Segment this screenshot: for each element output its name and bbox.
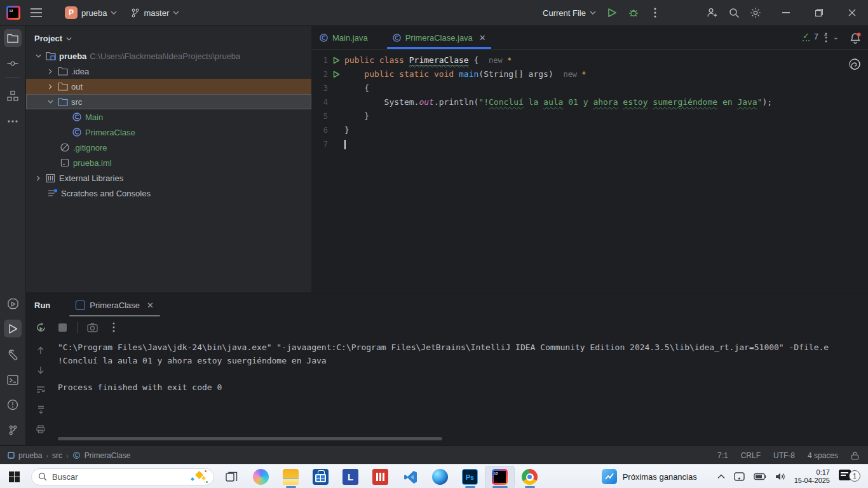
task-view-icon[interactable] — [220, 466, 242, 487]
terminal-toolwindow-icon[interactable] — [4, 371, 22, 389]
taskbar-app-red-panel[interactable] — [365, 466, 395, 488]
indent-setting[interactable]: 4 spaces — [808, 451, 838, 460]
tree-item-out-folder[interactable]: out — [26, 79, 311, 94]
tree-item-external-libraries[interactable]: External Libraries — [26, 170, 311, 186]
taskbar-app-photoshop[interactable]: Ps — [455, 466, 485, 488]
problems-toolwindow-icon[interactable] — [4, 396, 22, 414]
notification-center-button[interactable]: 1 — [839, 468, 860, 485]
tree-item-main-class[interactable]: Main — [26, 109, 311, 125]
settings-gear-icon[interactable] — [746, 3, 765, 22]
code-line[interactable]: 7 — [311, 137, 868, 151]
scroll-to-end-icon[interactable] — [34, 402, 48, 416]
tab-primeraclase-java[interactable]: PrimeraClase.java ✕ — [384, 26, 494, 49]
close-tab-icon[interactable]: ✕ — [479, 33, 486, 43]
vscode-icon — [403, 470, 418, 485]
project-widget[interactable]: P prueba — [61, 4, 121, 21]
prev-problem-icon[interactable]: ⌃ — [823, 33, 829, 41]
project-panel-header[interactable]: Project — [26, 26, 311, 48]
caret-position[interactable]: 7:1 — [717, 451, 728, 460]
maximize-button[interactable] — [810, 3, 829, 22]
version-control-toolwindow-icon[interactable] — [4, 421, 22, 439]
tree-item-prueba-iml[interactable]: prueba.iml — [26, 155, 311, 170]
build-toolwindow-icon[interactable] — [4, 346, 22, 363]
tree-item-scratches[interactable]: Scratches and Consoles — [26, 186, 311, 201]
start-button[interactable] — [9, 471, 20, 482]
print-icon[interactable] — [34, 422, 48, 436]
main-menu-icon[interactable] — [27, 3, 46, 22]
run-line-icon[interactable] — [328, 67, 344, 81]
run-line-icon[interactable] — [328, 53, 344, 67]
taskbar-app-l[interactable]: L — [336, 466, 365, 488]
stop-button[interactable] — [54, 319, 71, 336]
chevron-right-icon[interactable] — [34, 175, 42, 181]
run-tab-primeraclase[interactable]: PrimeraClase ✕ — [69, 294, 160, 316]
code-line[interactable]: 2 public static void main(String[] args)… — [311, 67, 868, 81]
horizontal-scrollbar[interactable] — [58, 437, 442, 440]
line-separator[interactable]: CRLF — [741, 451, 761, 460]
project-toolwindow-icon[interactable] — [4, 29, 22, 47]
ai-assistant-icon[interactable] — [848, 57, 862, 71]
prev-occurrence-icon[interactable] — [34, 343, 48, 357]
capture-snapshot-icon[interactable] — [84, 319, 100, 336]
code-with-me-icon[interactable] — [703, 3, 722, 22]
taskbar-app-edge[interactable] — [425, 466, 455, 488]
commit-toolwindow-icon[interactable] — [4, 55, 22, 72]
notifications-bell-icon[interactable] — [849, 32, 862, 44]
more-actions-icon[interactable] — [646, 3, 665, 22]
taskbar-app-chrome[interactable] — [515, 466, 545, 488]
taskbar-app-vscode[interactable] — [395, 466, 425, 488]
vcs-branch-widget[interactable]: master — [127, 6, 183, 20]
tree-item-src-folder[interactable]: src — [26, 94, 311, 109]
breadcrumb-item[interactable]: PrimeraClase — [85, 451, 131, 460]
close-run-tab-icon[interactable]: ✕ — [147, 301, 154, 310]
unlock-icon[interactable] — [851, 451, 859, 460]
file-encoding[interactable]: UTF-8 — [773, 451, 795, 460]
next-occurrence-icon[interactable] — [34, 363, 48, 377]
services-toolwindow-icon[interactable] — [4, 295, 22, 313]
battery-icon[interactable] — [754, 473, 766, 480]
tab-main-java[interactable]: Main.java — [311, 26, 376, 49]
console-output[interactable]: "C:\Program Files\Java\jdk-24\bin\java.e… — [58, 341, 865, 437]
taskbar-app-microsoft-store[interactable] — [306, 466, 336, 488]
inspections-widget[interactable]: ✓ 7 ⌃ ⌄ — [803, 32, 839, 41]
breadcrumb-item[interactable]: src — [52, 451, 62, 460]
tree-item-primeraclase-class[interactable]: PrimeraClase — [26, 125, 311, 140]
code-line[interactable]: 5 } — [311, 109, 868, 123]
tree-item-prueba[interactable]: prueba C:\Users\Flackmetal\IdeaProjects\… — [26, 48, 311, 64]
breadcrumb-item[interactable]: prueba — [18, 451, 42, 460]
run-options-icon[interactable] — [105, 319, 122, 336]
code-line[interactable]: 4 System.out.println("!Concluí la aula 0… — [311, 95, 868, 109]
taskbar-app-intellij[interactable]: IJ — [485, 466, 515, 488]
taskbar-clock[interactable]: 0:17 15-04-2025 — [794, 468, 830, 485]
run-configuration-selector[interactable]: Current File — [539, 6, 600, 20]
run-toolwindow-icon[interactable] — [4, 320, 22, 337]
debug-button[interactable] — [624, 3, 643, 22]
search-input[interactable]: Buscar — [31, 468, 214, 485]
breadcrumb[interactable]: prueba › src › PrimeraClase — [0, 451, 130, 460]
chevron-right-icon[interactable] — [46, 69, 54, 74]
chevron-down-icon[interactable] — [46, 100, 54, 104]
volume-icon[interactable] — [775, 472, 785, 481]
widgets-button[interactable]: Próximas ganancias — [602, 469, 697, 484]
run-button[interactable] — [602, 3, 621, 22]
taskbar-app-copilot[interactable] — [246, 466, 276, 488]
close-button[interactable] — [843, 3, 862, 22]
code-line[interactable]: 6} — [311, 123, 868, 137]
structure-toolwindow-icon[interactable] — [4, 87, 22, 105]
tree-item-idea-folder[interactable]: .idea — [26, 64, 311, 79]
code-line[interactable]: 1public class PrimeraClase { new * — [311, 53, 868, 67]
tray-overflow-chevron-icon[interactable] — [717, 474, 725, 479]
taskbar-app-file-explorer[interactable] — [276, 466, 306, 488]
soft-wrap-icon[interactable] — [34, 383, 48, 396]
tree-item-gitignore[interactable]: .gitignore — [26, 140, 311, 155]
editor-code-lines[interactable]: 1public class PrimeraClase { new *2 publ… — [311, 50, 868, 151]
rerun-button[interactable] — [32, 319, 49, 336]
chevron-down-icon[interactable] — [34, 54, 42, 58]
code-line[interactable]: 3 { — [311, 81, 868, 95]
chevron-right-icon[interactable] — [46, 84, 54, 90]
more-toolwindows-icon[interactable] — [4, 112, 22, 130]
next-problem-icon[interactable]: ⌄ — [833, 33, 839, 41]
cast-icon[interactable] — [734, 472, 745, 481]
search-everywhere-icon[interactable] — [724, 3, 743, 22]
minimize-button[interactable] — [776, 3, 796, 22]
